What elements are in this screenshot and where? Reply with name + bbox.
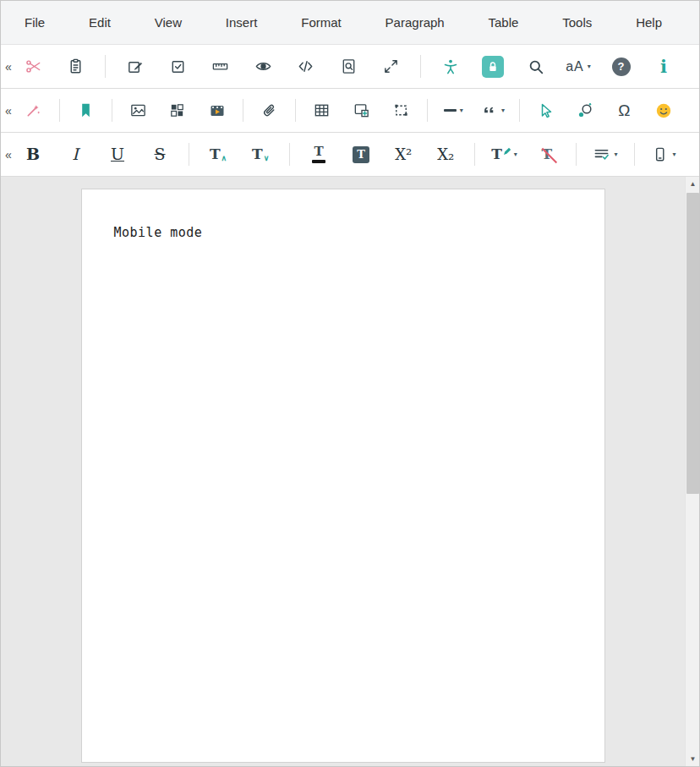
bookmark-icon	[77, 101, 95, 119]
subscript-button[interactable]: X₂	[432, 140, 459, 170]
paperclip-icon	[260, 101, 278, 119]
strikethrough-button[interactable]: S	[146, 140, 173, 170]
editor-page[interactable]: Mobile mode	[81, 189, 605, 763]
toolbar-separator	[474, 143, 475, 166]
caret-up-glyph: ∧	[221, 154, 227, 162]
eye-icon	[254, 58, 272, 75]
menu-tools[interactable]: Tools	[557, 12, 597, 33]
editor-content[interactable]: Mobile mode	[114, 225, 572, 240]
menu-table[interactable]: Table	[484, 12, 524, 33]
font-grow-icon: T	[210, 147, 221, 162]
ruler-button[interactable]	[207, 52, 234, 82]
font-grow-button[interactable]: T ∧	[205, 140, 232, 170]
find-button[interactable]	[335, 52, 362, 82]
select-region-icon	[392, 101, 410, 119]
lock-icon	[482, 56, 504, 78]
font-scale-label: aA	[566, 59, 584, 74]
fullscreen-button[interactable]	[378, 52, 405, 82]
inline-style-button[interactable]: T ▾	[490, 140, 518, 170]
menu-bar: File Edit View Insert Format Paragraph T…	[1, 1, 699, 45]
accessibility-button[interactable]	[437, 52, 464, 82]
blockquote-button[interactable]: ▾	[479, 96, 506, 126]
info-icon: i	[660, 58, 667, 75]
caret-down-glyph: ∨	[264, 154, 270, 162]
toolbar-separator	[289, 143, 290, 166]
image-gallery-button[interactable]	[164, 96, 191, 126]
toolbar-separator	[189, 143, 189, 166]
menu-help[interactable]: Help	[631, 12, 667, 33]
italic-button[interactable]: I	[62, 140, 89, 170]
preview-button[interactable]	[249, 52, 276, 82]
scroll-up-button[interactable]: ▲	[686, 177, 699, 191]
paste-edit-button[interactable]	[122, 52, 149, 82]
bold-button[interactable]: B	[19, 140, 46, 170]
menu-edit[interactable]: Edit	[84, 12, 116, 33]
paragraph-style-icon	[593, 145, 610, 163]
cursor-select-button[interactable]	[532, 96, 559, 126]
subscript-icon: X₂	[437, 147, 454, 162]
paragraph-style-button[interactable]: ▾	[592, 140, 619, 170]
lock-button[interactable]	[479, 52, 506, 82]
menu-insert[interactable]: Insert	[221, 12, 263, 33]
menu-paragraph[interactable]: Paragraph	[380, 12, 450, 33]
background-color-button[interactable]: T	[347, 140, 375, 170]
insert-video-button[interactable]	[204, 96, 231, 126]
bookmark-button[interactable]	[72, 96, 99, 126]
image-gallery-icon	[168, 101, 186, 119]
scrollbar-thumb[interactable]	[686, 193, 699, 494]
insert-table-button[interactable]	[309, 96, 336, 126]
background-color-icon: T	[353, 146, 369, 163]
vertical-scrollbar[interactable]: ▲ ▼	[685, 177, 699, 766]
emoticon-button[interactable]	[650, 96, 677, 126]
toolbar-separator	[105, 55, 106, 78]
scroll-down-button[interactable]: ▼	[686, 752, 699, 766]
code-view-button[interactable]	[293, 52, 320, 82]
toolbar-row-3: « B I U S T ∧ T ∨	[1, 133, 699, 177]
insert-embed-button[interactable]	[348, 96, 375, 126]
paste-button[interactable]	[63, 52, 90, 82]
accessibility-icon	[441, 58, 460, 76]
magic-wand-icon	[25, 101, 42, 119]
toolbar-collapse-button[interactable]: «	[1, 104, 16, 118]
toolbar-row-1: «	[1, 45, 699, 89]
superscript-button[interactable]: X²	[390, 140, 417, 170]
magic-wand-button[interactable]	[19, 96, 46, 126]
font-scale-button[interactable]: aA ▾	[565, 52, 592, 82]
paste-icon	[67, 58, 85, 75]
cut-button[interactable]	[19, 52, 46, 82]
toolbar-separator	[576, 143, 577, 166]
font-shrink-button[interactable]: T ∨	[247, 140, 274, 170]
horizontal-line-button[interactable]: ▾	[440, 96, 467, 126]
font-shrink-icon: T	[252, 147, 263, 162]
device-preview-button[interactable]: ▾	[650, 140, 677, 170]
underline-button[interactable]: U	[104, 140, 131, 170]
ruler-icon	[211, 58, 229, 75]
underline-icon: U	[111, 146, 124, 162]
text-color-button[interactable]: T	[305, 140, 332, 170]
cut-icon	[25, 58, 42, 75]
chevron-down-icon: ▾	[614, 151, 617, 158]
insert-image-button[interactable]	[124, 96, 151, 126]
toolbar-separator	[420, 55, 421, 78]
info-button[interactable]: i	[650, 52, 677, 82]
special-characters-button[interactable]: Ω	[610, 96, 637, 126]
toolbar-separator	[243, 99, 243, 122]
inline-style-icon: T	[491, 147, 511, 162]
menu-view[interactable]: View	[150, 12, 187, 33]
toolbar-row-3-items: B I U S T ∧ T ∨ T	[16, 140, 699, 170]
help-button[interactable]: ?	[608, 52, 635, 82]
toolbar-collapse-button[interactable]: «	[1, 60, 16, 74]
toolbar-row-2: «	[1, 89, 699, 133]
menu-format[interactable]: Format	[296, 12, 347, 33]
bold-icon: B	[26, 146, 40, 162]
molecule-button[interactable]	[571, 96, 599, 126]
select-region-button[interactable]	[387, 96, 414, 126]
paste-check-button[interactable]	[164, 52, 191, 82]
search-button[interactable]	[522, 52, 550, 82]
menu-file[interactable]: File	[19, 12, 50, 33]
clear-format-button[interactable]: T	[533, 140, 561, 170]
attachment-button[interactable]	[256, 96, 283, 126]
search-icon	[527, 58, 545, 76]
toolbar-collapse-button[interactable]: «	[1, 148, 16, 162]
find-document-icon	[340, 58, 358, 75]
